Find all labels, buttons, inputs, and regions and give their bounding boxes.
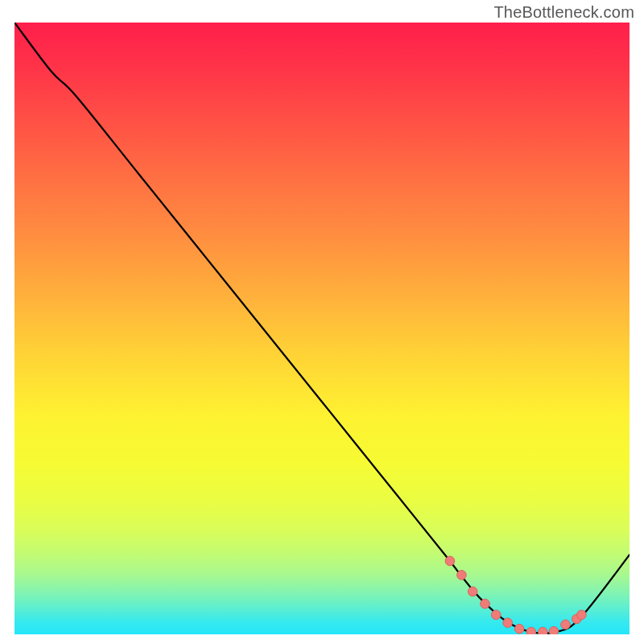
marker-dot bbox=[539, 627, 548, 634]
marker-dot bbox=[468, 587, 477, 597]
chart-root: TheBottleneck.com bbox=[0, 0, 644, 644]
marker-group bbox=[445, 556, 586, 634]
marker-dot bbox=[561, 620, 571, 630]
marker-dot bbox=[457, 571, 467, 580]
marker-dot bbox=[445, 556, 455, 566]
marker-dot bbox=[577, 610, 587, 620]
plot-area bbox=[14, 23, 630, 634]
attribution-label: TheBottleneck.com bbox=[493, 3, 634, 22]
marker-dot bbox=[549, 626, 559, 634]
marker-dot bbox=[491, 610, 501, 620]
marker-dot bbox=[481, 599, 490, 609]
marker-dot bbox=[503, 618, 513, 628]
plot-svg bbox=[14, 23, 630, 634]
marker-dot bbox=[526, 627, 536, 634]
marker-dot bbox=[514, 624, 524, 634]
bottleneck-curve bbox=[14, 23, 630, 634]
